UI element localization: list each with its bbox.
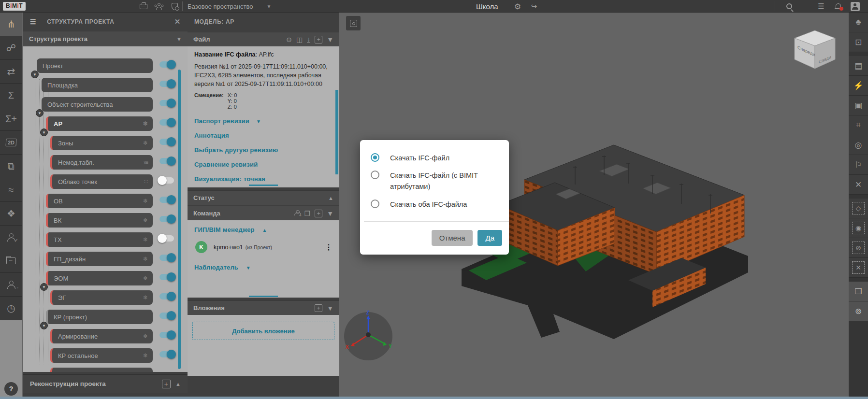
tool-show-selection[interactable]: ◉ bbox=[849, 218, 868, 238]
add-attachment-button[interactable]: Добавить вложение bbox=[192, 322, 334, 340]
dialog-option[interactable]: Скачать IFC-файл bbox=[371, 153, 499, 164]
tree-item-ГП_дизайн[interactable]: ГП_дизайн❄ bbox=[46, 252, 153, 266]
visibility-toggle[interactable] bbox=[159, 313, 174, 319]
focus-model-icon[interactable]: ⊙ bbox=[286, 36, 292, 43]
resize-handle[interactable] bbox=[249, 296, 278, 297]
visibility-toggle[interactable] bbox=[159, 100, 174, 106]
tool-isolate-box[interactable]: ◇ bbox=[849, 199, 868, 218]
tree-item-Зоны[interactable]: Зоны❄ bbox=[50, 136, 153, 150]
team-button[interactable] bbox=[153, 0, 165, 13]
visibility-toggle[interactable] bbox=[159, 293, 174, 299]
tool-charts[interactable]: ≈ bbox=[0, 178, 22, 202]
visibility-toggle[interactable] bbox=[159, 274, 174, 280]
team-section-bar[interactable]: Команда ＋ ❐ ＋ ▼ bbox=[188, 206, 339, 220]
file-link[interactable]: Выбрать другую ревизию bbox=[194, 146, 333, 154]
visibility-toggle[interactable] bbox=[159, 197, 174, 203]
tool-selection-tool[interactable]: ☍ bbox=[0, 36, 22, 60]
tree-scrollbar[interactable] bbox=[178, 70, 181, 369]
viewport-mode-button[interactable] bbox=[346, 16, 361, 30]
tool-user-tasks[interactable]: ✓ bbox=[0, 226, 22, 249]
account-button[interactable] bbox=[849, 0, 861, 13]
tree-item[interactable] bbox=[50, 368, 153, 372]
project-settings-button[interactable]: ⚙ bbox=[511, 0, 524, 13]
radio-button[interactable] bbox=[371, 153, 379, 162]
tool-section-plane[interactable]: ⚡ bbox=[849, 76, 868, 96]
projects-button[interactable] bbox=[137, 0, 150, 13]
tool-measure[interactable]: ▤ bbox=[849, 56, 868, 76]
visibility-toggle[interactable] bbox=[159, 235, 174, 242]
expand-icon[interactable]: ▼ bbox=[36, 109, 43, 117]
copy-icon[interactable]: ❐ bbox=[304, 210, 311, 217]
tool-clear-selection[interactable]: ✕ bbox=[849, 258, 868, 278]
tool-floor-plan[interactable]: ⌗ bbox=[849, 115, 868, 135]
tool-shaded-view[interactable]: ❒ bbox=[849, 282, 868, 301]
tree-item-АР[interactable]: АР❄ bbox=[46, 116, 153, 131]
add-icon[interactable]: ＋ bbox=[162, 380, 171, 388]
role-manager-link[interactable]: ГИП/BIM менеджер ▲ bbox=[194, 226, 333, 233]
close-icon[interactable]: ✕ bbox=[174, 17, 181, 26]
visibility-toggle[interactable] bbox=[159, 81, 174, 87]
team-member-row[interactable]: K kpmo+wo1 (из Проект) ⋮ bbox=[195, 241, 333, 253]
tool-hierarchy[interactable]: ⧉ bbox=[0, 155, 22, 178]
file-link[interactable]: Аннотация bbox=[194, 132, 333, 139]
expand-icon[interactable]: ▼ bbox=[31, 71, 39, 78]
file-section-bar[interactable]: Файл ⊙ ◫ ↓ ＋ ▼ bbox=[188, 32, 339, 46]
file-link[interactable]: Паспорт ревизии▼ bbox=[194, 117, 333, 125]
search-button[interactable] bbox=[783, 0, 796, 13]
download-icon[interactable]: ↓ bbox=[307, 36, 310, 43]
expand-icon[interactable]: ▼ bbox=[40, 322, 48, 329]
tool-axes-measure[interactable]: ✕ bbox=[849, 175, 868, 195]
tool-section-box[interactable]: ▣ bbox=[849, 96, 868, 115]
tool-select-similar[interactable]: ⊡ bbox=[849, 32, 868, 52]
compare-doc-icon[interactable]: ◫ bbox=[296, 36, 303, 43]
file-scrollbar[interactable] bbox=[335, 90, 338, 174]
visibility-toggle[interactable] bbox=[159, 158, 174, 164]
navigation-cube[interactable]: Спереди Сзади bbox=[793, 29, 837, 71]
tree-item-ЭОМ[interactable]: ЭОМ❄ bbox=[46, 271, 153, 285]
confirm-button[interactable]: Да bbox=[477, 230, 502, 246]
tool-user-location[interactable]: ◦ bbox=[0, 273, 22, 297]
visibility-toggle[interactable] bbox=[159, 332, 174, 338]
tool-environment[interactable]: ♣ bbox=[849, 13, 868, 32]
tool-totals[interactable]: Σ bbox=[0, 84, 22, 107]
tool-orbit-mode[interactable]: ⊚ bbox=[849, 301, 868, 321]
tool-clash-detection[interactable]: ⇄ bbox=[0, 60, 22, 84]
radio-button[interactable] bbox=[371, 200, 379, 208]
tree-item-ЭГ[interactable]: ЭГ❄ bbox=[50, 290, 153, 305]
tool-flag[interactable]: ⚐ bbox=[849, 155, 868, 175]
tree-item-Объект строительства[interactable]: Объект строительства bbox=[42, 97, 153, 112]
cancel-button[interactable]: Отмена bbox=[432, 230, 473, 246]
tree-item-Облако точек[interactable]: Облако точек∷ bbox=[50, 174, 153, 189]
tool-export-folder[interactable]: ← bbox=[0, 249, 22, 273]
radio-button[interactable] bbox=[371, 171, 379, 179]
expand-icon[interactable]: ▼ bbox=[40, 128, 48, 136]
role-observer-link[interactable]: Наблюдатель ▼ bbox=[194, 264, 333, 271]
tree-item-КР (проект)[interactable]: КР (проект) bbox=[46, 310, 153, 324]
status-section-bar[interactable]: Статус ▲ bbox=[188, 190, 339, 205]
structure-section-bar[interactable]: Структура проекта ▼ bbox=[23, 31, 188, 46]
add-icon[interactable]: ＋ bbox=[315, 36, 322, 43]
dialog-option[interactable]: Скачать оба IFC-файла bbox=[371, 199, 499, 210]
reconstruction-footer[interactable]: Реконструкция проекта ＋ ▲ bbox=[23, 374, 188, 393]
visibility-toggle[interactable] bbox=[159, 61, 174, 68]
bimit-logo[interactable]: BiMiT bbox=[3, 2, 26, 11]
tree-item-Площадка[interactable]: Площадка bbox=[42, 78, 153, 92]
add-member-icon[interactable]: ＋ bbox=[293, 210, 300, 217]
file-link[interactable]: Визуализация: точная bbox=[194, 175, 333, 183]
visibility-toggle[interactable] bbox=[159, 119, 174, 126]
attachments-section-bar[interactable]: Вложения ＋ ▼ bbox=[188, 300, 339, 315]
visibility-toggle[interactable] bbox=[159, 351, 174, 357]
tree-item-КР остальное[interactable]: КР остальное❄ bbox=[50, 348, 153, 363]
log-button[interactable]: ☰ bbox=[815, 0, 827, 13]
visibility-toggle[interactable] bbox=[159, 216, 174, 222]
file-link[interactable]: Сравнение ревизий bbox=[194, 161, 333, 168]
tree-item-ТХ[interactable]: ТХ❄ bbox=[46, 232, 153, 247]
panel-menu-icon[interactable]: ☰ bbox=[30, 18, 36, 26]
tree-item-ОВ[interactable]: ОВ❄ bbox=[46, 194, 153, 208]
visibility-toggle[interactable] bbox=[159, 255, 174, 261]
dialog-option[interactable]: Скачать IFC-файл (с BIMIT атрибутами) bbox=[371, 170, 499, 192]
kebab-menu-icon[interactable]: ⋮ bbox=[325, 242, 333, 252]
tool-2d-view[interactable]: 2D bbox=[0, 131, 22, 155]
tree-item-Проект[interactable]: Проект bbox=[37, 58, 153, 73]
workspace-selector[interactable]: Базовое пространство ▼ bbox=[188, 0, 271, 13]
